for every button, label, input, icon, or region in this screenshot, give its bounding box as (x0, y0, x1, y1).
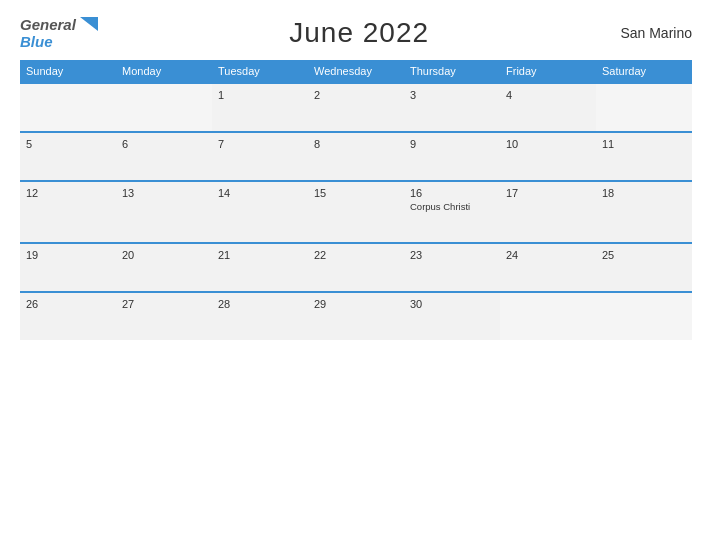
table-row: 12 (20, 181, 116, 243)
day-number: 28 (218, 298, 302, 310)
table-row: 4 (500, 83, 596, 132)
weekday-header-row: Sunday Monday Tuesday Wednesday Thursday… (20, 60, 692, 83)
table-row: 17 (500, 181, 596, 243)
table-row (116, 83, 212, 132)
calendar-week-row: 19202122232425 (20, 243, 692, 292)
day-number: 21 (218, 249, 302, 261)
calendar-week-row: 1213141516Corpus Christi1718 (20, 181, 692, 243)
table-row: 8 (308, 132, 404, 181)
table-row: 28 (212, 292, 308, 340)
calendar-table: Sunday Monday Tuesday Wednesday Thursday… (20, 60, 692, 340)
day-number: 12 (26, 187, 110, 199)
table-row: 27 (116, 292, 212, 340)
table-row: 15 (308, 181, 404, 243)
table-row: 20 (116, 243, 212, 292)
table-row: 25 (596, 243, 692, 292)
table-row: 7 (212, 132, 308, 181)
calendar-week-row: 1234 (20, 83, 692, 132)
day-number: 8 (314, 138, 398, 150)
day-number: 6 (122, 138, 206, 150)
logo-blue-text: Blue (20, 33, 53, 50)
table-row: 13 (116, 181, 212, 243)
table-row: 18 (596, 181, 692, 243)
day-number: 19 (26, 249, 110, 261)
day-number: 27 (122, 298, 206, 310)
table-row: 14 (212, 181, 308, 243)
table-row (500, 292, 596, 340)
month-title: June 2022 (289, 17, 429, 49)
table-row: 9 (404, 132, 500, 181)
table-row: 23 (404, 243, 500, 292)
col-monday: Monday (116, 60, 212, 83)
col-saturday: Saturday (596, 60, 692, 83)
day-number: 23 (410, 249, 494, 261)
table-row: 1 (212, 83, 308, 132)
table-row: 10 (500, 132, 596, 181)
day-number: 29 (314, 298, 398, 310)
day-number: 24 (506, 249, 590, 261)
table-row: 21 (212, 243, 308, 292)
table-row: 5 (20, 132, 116, 181)
table-row: 6 (116, 132, 212, 181)
country-name: San Marino (620, 25, 692, 41)
logo: General Blue (20, 16, 98, 50)
day-number: 22 (314, 249, 398, 261)
col-friday: Friday (500, 60, 596, 83)
calendar-page: General Blue June 2022 San Marino Sunday… (0, 0, 712, 550)
table-row: 2 (308, 83, 404, 132)
table-row: 3 (404, 83, 500, 132)
day-number: 20 (122, 249, 206, 261)
svg-marker-0 (80, 17, 98, 31)
day-number: 7 (218, 138, 302, 150)
day-number: 10 (506, 138, 590, 150)
col-sunday: Sunday (20, 60, 116, 83)
table-row: 22 (308, 243, 404, 292)
day-number: 3 (410, 89, 494, 101)
table-row: 24 (500, 243, 596, 292)
header: General Blue June 2022 San Marino (20, 16, 692, 50)
day-number: 16 (410, 187, 494, 199)
day-number: 17 (506, 187, 590, 199)
day-number: 1 (218, 89, 302, 101)
day-number: 5 (26, 138, 110, 150)
col-thursday: Thursday (404, 60, 500, 83)
table-row: 19 (20, 243, 116, 292)
calendar-week-row: 567891011 (20, 132, 692, 181)
day-number: 13 (122, 187, 206, 199)
day-number: 25 (602, 249, 686, 261)
day-number: 11 (602, 138, 686, 150)
day-number: 26 (26, 298, 110, 310)
table-row: 30 (404, 292, 500, 340)
col-tuesday: Tuesday (212, 60, 308, 83)
table-row (20, 83, 116, 132)
table-row: 11 (596, 132, 692, 181)
day-number: 14 (218, 187, 302, 199)
logo-flag-icon (80, 17, 98, 31)
day-number: 9 (410, 138, 494, 150)
table-row: 26 (20, 292, 116, 340)
day-number: 2 (314, 89, 398, 101)
table-row (596, 292, 692, 340)
table-row (596, 83, 692, 132)
day-number: 18 (602, 187, 686, 199)
table-row: 29 (308, 292, 404, 340)
calendar-week-row: 2627282930 (20, 292, 692, 340)
event-label: Corpus Christi (410, 201, 494, 212)
day-number: 4 (506, 89, 590, 101)
day-number: 30 (410, 298, 494, 310)
logo-general-text: General (20, 16, 76, 33)
day-number: 15 (314, 187, 398, 199)
col-wednesday: Wednesday (308, 60, 404, 83)
table-row: 16Corpus Christi (404, 181, 500, 243)
